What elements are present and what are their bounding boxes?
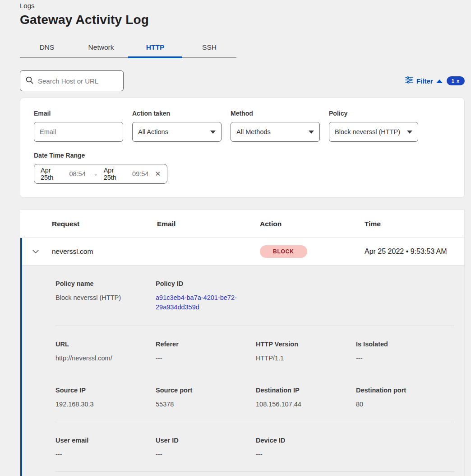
- policy-name-label: Policy name: [55, 280, 156, 287]
- filter-count-badge[interactable]: 1 x: [447, 76, 465, 85]
- is-isolated-label: Is Isolated: [356, 341, 454, 348]
- action-taken-value: All Actions: [138, 128, 168, 135]
- url-value: http://neverssl.com/: [55, 354, 156, 363]
- email-field-label: Email: [34, 110, 123, 117]
- destination-ip-value: 108.156.107.44: [256, 400, 356, 409]
- policy-name-block: Policy name Block neverssl (HTTP): [55, 280, 156, 312]
- source-port-label: Source port: [156, 387, 256, 394]
- url-label: URL: [55, 341, 156, 348]
- source-ip-value: 192.168.30.3: [55, 400, 156, 409]
- destination-ip-label: Destination IP: [256, 387, 356, 394]
- action-taken-select[interactable]: All Actions: [132, 122, 222, 142]
- device-id-label: Device ID: [256, 437, 356, 444]
- col-header-action: Action: [260, 220, 365, 228]
- date-time-range-label: Date Time Range: [34, 152, 451, 159]
- row-expand-chevron-icon[interactable]: [32, 249, 52, 254]
- search-box[interactable]: [20, 70, 124, 91]
- chevron-up-icon: [436, 79, 443, 83]
- range-arrow-icon: →: [90, 170, 99, 178]
- date-time-range-picker[interactable]: Apr 25th 08:54 → Apr 25th 09:54 ✕: [34, 164, 167, 184]
- clear-date-range-icon[interactable]: ✕: [155, 170, 161, 178]
- tab-dns[interactable]: DNS: [20, 39, 74, 57]
- is-isolated-value: ---: [356, 354, 454, 363]
- policy-id-link[interactable]: a91c3eb4-ba7a-4201-be72-29a934dd359d: [156, 294, 237, 311]
- policy-label: Policy: [329, 110, 418, 117]
- end-date: Apr 25th: [104, 167, 128, 181]
- http-version-value: HTTP/1.1: [256, 354, 356, 363]
- action-block-badge: BLOCK: [260, 245, 307, 258]
- method-value: All Methods: [236, 128, 271, 135]
- filter-toggle-button[interactable]: Filter: [405, 76, 443, 85]
- user-id-label: User ID: [156, 437, 256, 444]
- source-ip-label: Source IP: [55, 387, 156, 394]
- col-header-time: Time: [365, 220, 464, 228]
- referer-label: Referer: [156, 341, 256, 348]
- referer-value: ---: [156, 354, 256, 363]
- end-time: 09:54: [132, 170, 148, 177]
- policy-id-label: Policy ID: [156, 280, 256, 287]
- row-time: Apr 25 2022 • 9:53:53 AM: [365, 247, 464, 256]
- row-request: neverssl.com: [52, 247, 157, 256]
- table-row[interactable]: neverssl.com BLOCK Apr 25 2022 • 9:53:53…: [22, 238, 464, 265]
- tab-bar: DNS Network HTTP SSH: [20, 39, 236, 58]
- tab-ssh[interactable]: SSH: [182, 39, 236, 57]
- user-email-label: User email: [55, 437, 156, 444]
- start-date: Apr 25th: [41, 167, 65, 181]
- chevron-down-icon: [309, 131, 314, 134]
- start-time: 08:54: [69, 170, 85, 177]
- policy-name-value: Block neverssl (HTTP): [55, 293, 156, 303]
- user-id-value: ---: [156, 450, 256, 459]
- device-id-value: ---: [256, 450, 356, 459]
- filter-label: Filter: [416, 77, 433, 85]
- policy-select[interactable]: Block neverssl (HTTP): [329, 122, 418, 142]
- breadcrumb: Logs: [20, 0, 465, 9]
- user-email-value: ---: [55, 450, 156, 459]
- chevron-down-icon: [210, 131, 216, 134]
- col-header-request: Request: [52, 220, 157, 228]
- chevron-down-icon: [407, 131, 412, 134]
- destination-port-value: 80: [356, 400, 454, 409]
- policy-value: Block neverssl (HTTP): [335, 128, 400, 135]
- col-header-email: Email: [157, 220, 260, 228]
- filter-panel: Email Action taken All Actions Method Al…: [20, 98, 465, 198]
- method-label: Method: [231, 110, 320, 117]
- policy-id-block: Policy ID a91c3eb4-ba7a-4201-be72-29a934…: [156, 280, 256, 312]
- email-input[interactable]: [40, 128, 117, 135]
- destination-port-label: Destination port: [356, 387, 454, 394]
- tab-http[interactable]: HTTP: [128, 39, 182, 57]
- email-field[interactable]: [34, 122, 123, 142]
- source-port-value: 55378: [156, 400, 256, 409]
- search-icon: [26, 76, 33, 86]
- http-version-label: HTTP Version: [256, 341, 356, 348]
- page-title: Gateway Activity Log: [20, 13, 465, 27]
- action-taken-label: Action taken: [132, 110, 222, 117]
- tab-network[interactable]: Network: [74, 39, 128, 57]
- search-input[interactable]: [38, 77, 118, 85]
- method-select[interactable]: All Methods: [231, 122, 320, 142]
- activity-log-table: Request Email Action Time neverssl.com B…: [20, 210, 465, 476]
- table-header-row: Request Email Action Time: [20, 210, 464, 238]
- filter-sliders-icon: [405, 76, 413, 85]
- row-details-panel: Policy name Block neverssl (HTTP) Policy…: [22, 265, 464, 476]
